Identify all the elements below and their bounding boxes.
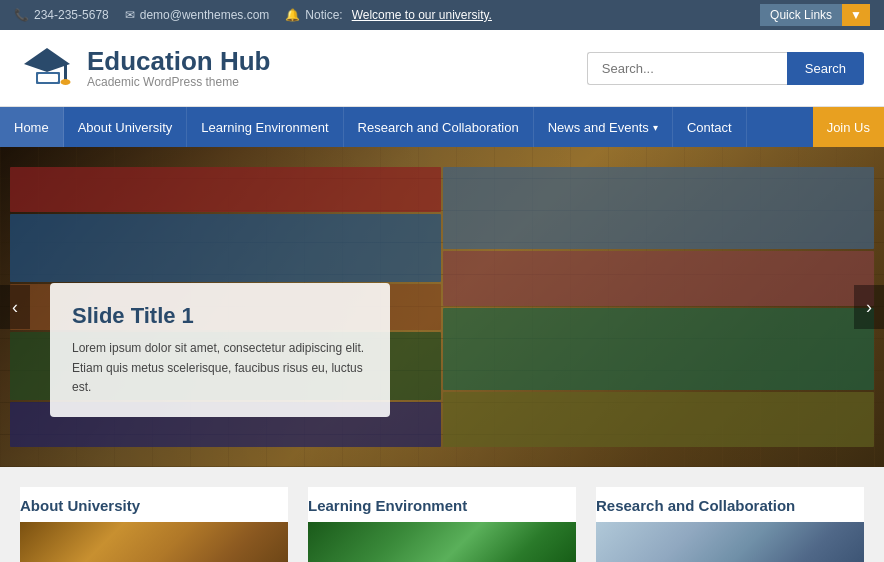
logo-text: Education Hub Academic WordPress theme — [87, 47, 270, 90]
email-item: demo@wenthemes.com — [125, 8, 270, 22]
nav-item-home[interactable]: Home — [0, 107, 64, 147]
top-bar-left: 234-235-5678 demo@wenthemes.com Notice: … — [14, 8, 492, 22]
quick-links-dropdown-button[interactable]: ▼ — [842, 4, 870, 26]
notice-link[interactable]: Welcome to our university. — [352, 8, 492, 22]
hero-prev-button[interactable]: ‹ — [0, 285, 30, 329]
site-header: Education Hub Academic WordPress theme S… — [0, 30, 884, 107]
nav-item-learning[interactable]: Learning Environment — [187, 107, 343, 147]
quick-links-group[interactable]: Quick Links ▼ — [760, 4, 870, 26]
notice-item: Notice: Welcome to our university. — [285, 8, 492, 22]
site-title: Education Hub — [87, 47, 270, 76]
slide-title: Slide Title 1 — [72, 303, 368, 329]
section-research-image — [596, 522, 864, 562]
search-input[interactable] — [587, 52, 787, 85]
hero-next-button[interactable]: › — [854, 285, 884, 329]
slide-description: Lorem ipsum dolor sit amet, consectetur … — [72, 339, 368, 397]
site-tagline: Academic WordPress theme — [87, 75, 270, 89]
top-bar: 234-235-5678 demo@wenthemes.com Notice: … — [0, 0, 884, 30]
news-dropdown-chevron: ▾ — [653, 122, 658, 133]
sections-row: About University Learning Environment Re… — [0, 467, 884, 562]
quick-links-button[interactable]: Quick Links — [760, 4, 842, 26]
main-nav: Home About University Learning Environme… — [0, 107, 884, 147]
email-address: demo@wenthemes.com — [140, 8, 270, 22]
nav-item-research[interactable]: Research and Collaboration — [344, 107, 534, 147]
svg-rect-4 — [38, 74, 58, 82]
nav-item-joinus[interactable]: Join Us — [813, 107, 884, 147]
phone-item: 234-235-5678 — [14, 8, 109, 22]
section-learning: Learning Environment — [308, 487, 576, 562]
nav-item-contact[interactable]: Contact — [673, 107, 747, 147]
notice-icon — [285, 8, 300, 22]
phone-number: 234-235-5678 — [34, 8, 109, 22]
section-research: Research and Collaboration — [596, 487, 864, 562]
section-learning-title: Learning Environment — [308, 487, 576, 522]
section-about-image — [20, 522, 288, 562]
logo-icon — [20, 44, 75, 92]
section-research-title: Research and Collaboration — [596, 487, 864, 522]
phone-icon — [14, 8, 29, 22]
email-icon — [125, 8, 135, 22]
nav-item-about[interactable]: About University — [64, 107, 188, 147]
section-about: About University — [20, 487, 288, 562]
svg-marker-0 — [24, 48, 70, 72]
hero-slider: Slide Title 1 Lorem ipsum dolor sit amet… — [0, 147, 884, 467]
search-button[interactable]: Search — [787, 52, 864, 85]
section-learning-image — [308, 522, 576, 562]
slide-content: Slide Title 1 Lorem ipsum dolor sit amet… — [50, 283, 390, 417]
section-about-title: About University — [20, 487, 288, 522]
nav-item-news[interactable]: News and Events ▾ — [534, 107, 673, 147]
svg-rect-1 — [64, 64, 67, 80]
svg-point-2 — [61, 79, 71, 85]
search-area: Search — [587, 52, 864, 85]
notice-label: Notice: — [305, 8, 342, 22]
logo-area: Education Hub Academic WordPress theme — [20, 44, 270, 92]
